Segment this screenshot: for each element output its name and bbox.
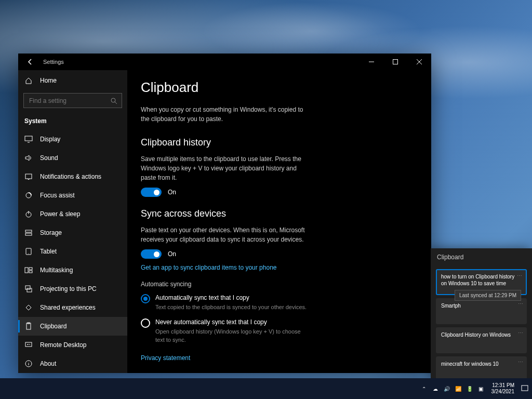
radio1-label: Automatically sync text that I copy — [155, 294, 418, 301]
sync-desc: Paste text on your other devices. When t… — [141, 225, 307, 244]
shared-icon — [24, 303, 33, 312]
nav-label: Notifications & actions — [40, 173, 101, 180]
close-button[interactable] — [407, 54, 431, 70]
nav-item-multitask[interactable]: Multitasking — [18, 261, 127, 280]
sync-toggle[interactable] — [141, 249, 162, 259]
maximize-button[interactable] — [383, 54, 407, 70]
page-intro: When you copy or cut something in Window… — [141, 105, 307, 124]
project-icon — [24, 285, 33, 293]
taskbar-time: 12:31 PM — [491, 382, 515, 389]
nav-label: Shared experiences — [40, 304, 96, 311]
focus-icon — [24, 191, 33, 200]
sync-toggle-label: On — [168, 250, 176, 258]
minimize-button[interactable] — [360, 54, 383, 70]
tray-app-icon[interactable]: ▣ — [477, 384, 485, 393]
multitask-icon — [24, 266, 33, 274]
svg-rect-2 — [25, 136, 32, 141]
svg-rect-19 — [522, 385, 528, 391]
nav-label: Storage — [40, 229, 62, 236]
radio2-desc: Open clipboard history (Windows logo key… — [155, 328, 311, 344]
category-label: System — [18, 113, 127, 130]
about-icon — [24, 360, 33, 368]
search-input[interactable] — [28, 97, 110, 105]
clipboard-icon — [24, 322, 33, 330]
tray-audio-icon[interactable]: 🔊 — [443, 384, 451, 393]
nav-label: Clipboard — [40, 323, 66, 330]
nav-item-about[interactable]: About — [18, 354, 127, 373]
nav-label: Focus assist — [40, 192, 75, 199]
nav-label: About — [40, 360, 56, 367]
clipboard-item[interactable]: Clipboard History on Windows⋯ — [436, 327, 527, 353]
nav-item-notifications[interactable]: Notifications & actions — [18, 167, 127, 186]
taskbar-clock[interactable]: 12:31 PM 3/24/2021 — [488, 382, 518, 395]
titlebar: Settings — [18, 54, 431, 70]
nav-item-project[interactable]: Projecting to this PC — [18, 280, 127, 298]
nav-item-tablet[interactable]: Tablet — [18, 242, 127, 261]
settings-window: Settings Home System DisplaySoundNotific… — [18, 54, 431, 373]
item-menu-icon[interactable]: ⋯ — [517, 272, 523, 279]
svg-point-9 — [29, 254, 29, 254]
radio2-label: Never automatically sync text that I cop… — [155, 318, 418, 326]
item-menu-icon[interactable]: ⋯ — [518, 329, 524, 336]
tray-battery-icon[interactable]: 🔋 — [466, 384, 474, 393]
page-title: Clipboard — [141, 79, 418, 96]
tray-chevron-icon[interactable]: ⌃ — [420, 384, 428, 393]
window-title: Settings — [43, 59, 64, 65]
svg-point-1 — [111, 98, 115, 102]
search-box[interactable] — [23, 93, 122, 108]
nav-item-focus[interactable]: Focus assist — [18, 186, 127, 205]
nav-item-display[interactable]: Display — [18, 130, 127, 149]
notifications-icon[interactable] — [521, 384, 529, 393]
clipboard-flyout: Clipboard how to turn on Clipboard histo… — [431, 248, 532, 378]
history-toggle-label: On — [168, 189, 176, 196]
nav-item-power[interactable]: Power & sleep — [18, 205, 127, 223]
sync-app-link[interactable]: Get an app to sync clipboard items to yo… — [141, 264, 277, 271]
svg-rect-14 — [27, 288, 32, 292]
radio-auto-sync[interactable]: Automatically sync text that I copy Text… — [141, 294, 418, 311]
content-area: Clipboard When you copy or cut something… — [127, 70, 431, 373]
svg-rect-7 — [25, 233, 32, 235]
nav-label: Tablet — [40, 248, 57, 255]
storage-icon — [24, 229, 33, 237]
tablet-icon — [24, 247, 33, 256]
nav-item-sound[interactable]: Sound — [18, 149, 127, 167]
clipboard-item-text: minecraft for windows 10 — [441, 361, 499, 367]
radio-icon — [141, 318, 150, 328]
nav-item-remote[interactable]: Remote Desktop — [18, 336, 127, 354]
sync-heading: Sync across devices — [141, 208, 418, 219]
item-menu-icon[interactable]: ⋯ — [518, 300, 524, 307]
history-toggle[interactable] — [141, 188, 162, 197]
svg-rect-6 — [25, 230, 32, 232]
svg-rect-12 — [29, 271, 32, 273]
nav-label: Projecting to this PC — [40, 285, 97, 292]
nav-label: Display — [40, 136, 60, 143]
search-icon — [110, 97, 117, 104]
remote-icon — [24, 341, 33, 349]
radio1-desc: Text copied to the clipboard is synced t… — [155, 303, 311, 311]
svg-rect-10 — [25, 268, 28, 273]
tray-network-icon[interactable]: 📶 — [454, 384, 462, 393]
svg-rect-0 — [393, 60, 398, 64]
home-nav[interactable]: Home — [18, 72, 127, 89]
nav-item-storage[interactable]: Storage — [18, 223, 127, 242]
radio-icon — [141, 294, 150, 303]
history-desc: Save multiple items to the clipboard to … — [141, 154, 307, 182]
svg-rect-11 — [29, 268, 32, 270]
privacy-link[interactable]: Privacy statement — [141, 354, 190, 362]
clipboard-item-text: Smartph — [441, 303, 461, 309]
nav-label: Multitasking — [40, 267, 73, 274]
clipboard-item[interactable]: Smartph⋯ — [436, 298, 527, 324]
sidebar: Home System DisplaySoundNotifications & … — [18, 70, 127, 373]
nav-item-clipboard[interactable]: Clipboard — [18, 317, 127, 336]
notifications-icon — [24, 172, 33, 181]
back-button[interactable] — [23, 55, 37, 69]
home-icon — [24, 76, 33, 85]
clipboard-flyout-title: Clipboard — [431, 248, 532, 266]
power-icon — [24, 210, 33, 218]
radio-never-sync[interactable]: Never automatically sync text that I cop… — [141, 318, 418, 344]
taskbar[interactable]: ⌃ ☁ 🔊 📶 🔋 ▣ 12:31 PM 3/24/2021 — [0, 378, 532, 399]
tray-onedrive-icon[interactable]: ☁ — [431, 384, 440, 393]
item-menu-icon[interactable]: ⋯ — [518, 358, 524, 365]
nav-label: Power & sleep — [40, 210, 80, 218]
nav-item-shared[interactable]: Shared experiences — [18, 298, 127, 317]
